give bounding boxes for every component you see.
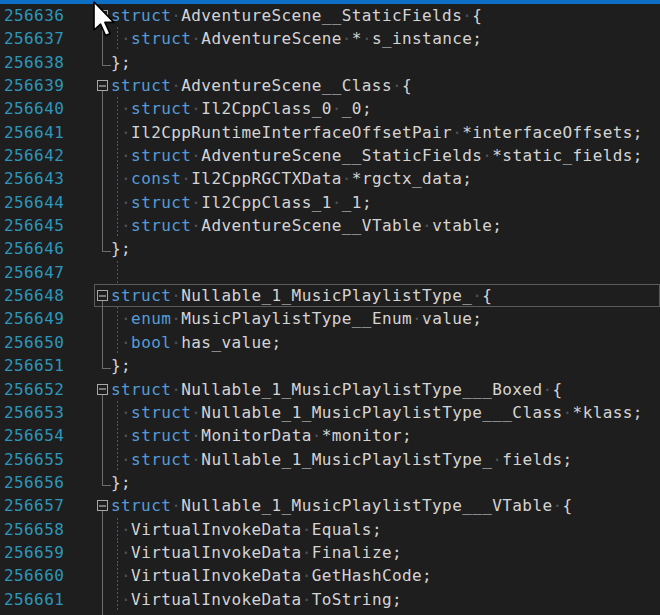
- whitespace-dot: ·: [121, 123, 131, 142]
- code-line[interactable]: 256638};: [0, 51, 660, 74]
- code-line[interactable]: 256641 ·Il2CppRuntimeInterfaceOffsetPair…: [0, 121, 660, 144]
- code-text[interactable]: };: [111, 611, 660, 615]
- code-text[interactable]: };: [111, 471, 660, 494]
- fold-margin: [94, 214, 111, 237]
- line-number: 256639: [0, 74, 94, 97]
- fold-margin[interactable]: [94, 494, 111, 517]
- code-text[interactable]: ·VirtualInvokeData·Equals;: [111, 518, 660, 541]
- fold-collapse-icon[interactable]: [97, 500, 108, 511]
- fold-scope-line: [102, 167, 103, 190]
- whitespace-dot: ·: [171, 6, 181, 25]
- code-line[interactable]: 256661 ·VirtualInvokeData·ToString;: [0, 588, 660, 611]
- code-text[interactable]: struct·AdventureScene__Class·{: [111, 74, 660, 97]
- keyword-token: struct: [131, 29, 191, 48]
- code-line[interactable]: 256639struct·AdventureScene__Class·{: [0, 74, 660, 97]
- code-text[interactable]: };: [111, 354, 660, 377]
- fold-collapse-icon[interactable]: [97, 290, 108, 301]
- keyword-token: const: [131, 169, 181, 188]
- code-line[interactable]: 256645 ·struct·AdventureScene__VTable·vt…: [0, 214, 660, 237]
- code-line[interactable]: 256648struct·Nullable_1_MusicPlaylistTyp…: [0, 284, 660, 307]
- code-line[interactable]: 256643 ·const·Il2CppRGCTXData·*rgctx_dat…: [0, 167, 660, 190]
- code-token: ;: [392, 590, 402, 609]
- code-lines-area[interactable]: 256636struct·AdventureScene__StaticField…: [0, 4, 660, 615]
- line-number: 256641: [0, 121, 94, 144]
- code-token: VirtualInvokeData: [131, 543, 302, 562]
- fold-collapse-icon[interactable]: [97, 384, 108, 395]
- code-text[interactable]: ·struct·Il2CppClass_1·_1;: [111, 191, 660, 214]
- line-number: 256657: [0, 494, 94, 517]
- whitespace-dot: ·: [171, 286, 181, 305]
- fold-scope-line: [102, 424, 103, 447]
- code-line[interactable]: 256656};: [0, 471, 660, 494]
- fold-margin: [94, 424, 111, 447]
- code-text[interactable]: struct·AdventureScene__StaticFields·{: [111, 4, 660, 27]
- code-text[interactable]: ·bool·has_value;: [111, 331, 660, 354]
- code-line[interactable]: 256647: [0, 261, 660, 284]
- whitespace-dot: ·: [312, 426, 322, 445]
- code-token: AdventureScene: [201, 29, 341, 48]
- code-text[interactable]: };: [111, 237, 660, 260]
- fold-scope-line: [102, 564, 103, 587]
- code-text[interactable]: ·struct·AdventureScene·*·s_instance;: [111, 27, 660, 50]
- fold-margin: [94, 97, 111, 120]
- line-number: 256646: [0, 237, 94, 260]
- fold-margin[interactable]: [94, 378, 111, 401]
- fold-scope-line: [102, 214, 103, 237]
- code-line[interactable]: 256657struct·Nullable_1_MusicPlaylistTyp…: [0, 494, 660, 517]
- code-line[interactable]: 256655 ·struct·Nullable_1_MusicPlaylistT…: [0, 448, 660, 471]
- code-line[interactable]: 256640 ·struct·Il2CppClass_0·_0;: [0, 97, 660, 120]
- line-number: 256660: [0, 564, 94, 587]
- fold-collapse-icon[interactable]: [97, 80, 108, 91]
- code-line[interactable]: 256646};: [0, 237, 660, 260]
- indent-guide: [117, 331, 118, 354]
- code-token: Nullable_1_MusicPlaylistType_: [201, 450, 492, 469]
- code-text[interactable]: ·struct·Il2CppClass_0·_0;: [111, 97, 660, 120]
- code-text[interactable]: ·VirtualInvokeData·GetHashCode;: [111, 564, 660, 587]
- code-text[interactable]: ·VirtualInvokeData·ToString;: [111, 588, 660, 611]
- fold-margin[interactable]: [94, 74, 111, 97]
- code-line[interactable]: 256662};: [0, 611, 660, 615]
- code-text[interactable]: ·VirtualInvokeData·Finalize;: [111, 541, 660, 564]
- code-token: {: [563, 496, 573, 515]
- code-text[interactable]: [111, 261, 660, 284]
- code-text[interactable]: ·enum·MusicPlaylistType__Enum·value;: [111, 307, 660, 330]
- code-text[interactable]: struct·Nullable_1_MusicPlaylistType_·{: [111, 284, 660, 307]
- code-token: *: [352, 169, 362, 188]
- code-token: MusicPlaylistType__Enum: [181, 309, 412, 328]
- whitespace-dot: ·: [171, 76, 181, 95]
- keyword-token: struct: [111, 496, 171, 515]
- code-token: AdventureScene__Class: [181, 76, 392, 95]
- code-line[interactable]: 256660 ·VirtualInvokeData·GetHashCode;: [0, 564, 660, 587]
- code-text[interactable]: ·struct·AdventureScene__VTable·vtable;: [111, 214, 660, 237]
- code-line[interactable]: 256652struct·Nullable_1_MusicPlaylistTyp…: [0, 378, 660, 401]
- keyword-token: struct: [111, 286, 171, 305]
- code-text[interactable]: ·Il2CppRuntimeInterfaceOffsetPair·*inter…: [111, 121, 660, 144]
- code-line[interactable]: 256649 ·enum·MusicPlaylistType__Enum·val…: [0, 307, 660, 330]
- code-line[interactable]: 256653 ·struct·Nullable_1_MusicPlaylistT…: [0, 401, 660, 424]
- code-line[interactable]: 256644 ·struct·Il2CppClass_1·_1;: [0, 191, 660, 214]
- whitespace-dot: ·: [121, 520, 131, 539]
- indent-guide: [117, 191, 118, 214]
- code-text[interactable]: ·struct·AdventureScene__StaticFields·*st…: [111, 144, 660, 167]
- line-number: 256642: [0, 144, 94, 167]
- code-token: ;: [392, 543, 402, 562]
- whitespace-dot: ·: [462, 6, 472, 25]
- code-token: AdventureScene__StaticFields: [201, 146, 482, 165]
- fold-margin[interactable]: [94, 284, 111, 307]
- code-text[interactable]: struct·Nullable_1_MusicPlaylistType___Bo…: [111, 378, 660, 401]
- code-text[interactable]: ·const·Il2CppRGCTXData·*rgctx_data;: [111, 167, 660, 190]
- code-line[interactable]: 256658 ·VirtualInvokeData·Equals;: [0, 518, 660, 541]
- code-text[interactable]: ·struct·Nullable_1_MusicPlaylistType___C…: [111, 401, 660, 424]
- code-line[interactable]: 256654 ·struct·MonitorData·*monitor;: [0, 424, 660, 447]
- code-line[interactable]: 256659 ·VirtualInvokeData·Finalize;: [0, 541, 660, 564]
- code-text[interactable]: };: [111, 51, 660, 74]
- code-text[interactable]: struct·Nullable_1_MusicPlaylistType___VT…: [111, 494, 660, 517]
- code-line[interactable]: 256642 ·struct·AdventureScene__StaticFie…: [0, 144, 660, 167]
- line-number: 256653: [0, 401, 94, 424]
- code-line[interactable]: 256650 ·bool·has_value;: [0, 331, 660, 354]
- whitespace-dot: ·: [171, 333, 181, 352]
- code-text[interactable]: ·struct·Nullable_1_MusicPlaylistType_·fi…: [111, 448, 660, 471]
- code-text[interactable]: ·struct·MonitorData·*monitor;: [111, 424, 660, 447]
- whitespace-dot: ·: [121, 426, 131, 445]
- code-line[interactable]: 256651};: [0, 354, 660, 377]
